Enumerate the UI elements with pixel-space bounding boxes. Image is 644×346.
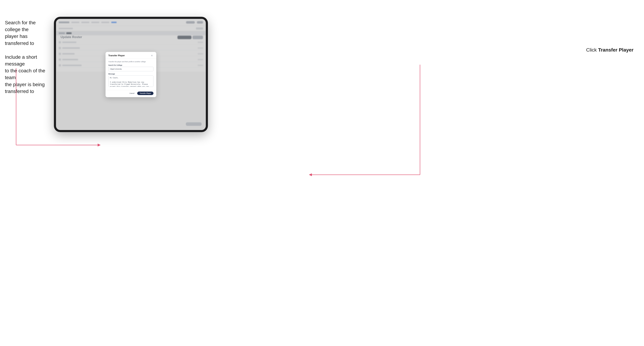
transfer-player-modal: Transfer Player ✕ Transfer the player an… xyxy=(106,52,156,97)
modal-title: Transfer Player xyxy=(108,54,125,57)
annotation-left-block1-line2: player has transferred to xyxy=(5,33,34,46)
transfer-player-button[interactable]: Transfer Player xyxy=(137,92,154,95)
close-icon[interactable]: ✕ xyxy=(150,54,154,57)
message-textarea[interactable]: Hi Coach, I understand Chris Robertson h… xyxy=(108,75,154,87)
tablet-screen: Update Roster Transfer Player ✕ Transfer… xyxy=(56,19,206,130)
annotation-right: Click Transfer Player xyxy=(586,47,634,53)
modal-overlay: Transfer Player ✕ Transfer the player an… xyxy=(56,19,206,130)
annotation-left-block2-line3: the player is being xyxy=(5,82,44,87)
tablet-frame: Update Roster Transfer Player ✕ Transfer… xyxy=(54,17,208,132)
cancel-button[interactable]: Cancel xyxy=(128,92,136,95)
svg-marker-5 xyxy=(309,173,312,176)
message-label: Message xyxy=(108,73,154,75)
svg-marker-2 xyxy=(98,144,100,147)
annotation-left: Search for the college the player has tr… xyxy=(5,19,52,95)
annotation-left-block2-line2: to the coach of the team xyxy=(5,68,45,80)
annotation-right-prefix: Click xyxy=(586,47,598,53)
annotation-left-block2-line4: transferred to xyxy=(5,89,34,94)
annotation-left-block1-line1: Search for the college the xyxy=(5,20,36,32)
annotation-left-block2-line1: Include a short message xyxy=(5,54,37,67)
modal-body: Transfer the player and their profile to… xyxy=(106,59,156,90)
college-label: Search for College xyxy=(108,64,154,66)
college-search-input[interactable] xyxy=(108,67,154,71)
modal-description: Transfer the player and their profile to… xyxy=(108,61,154,63)
modal-footer: Cancel Transfer Player xyxy=(106,90,156,97)
annotation-right-bold: Transfer Player xyxy=(598,47,634,53)
modal-header: Transfer Player ✕ xyxy=(106,52,156,59)
